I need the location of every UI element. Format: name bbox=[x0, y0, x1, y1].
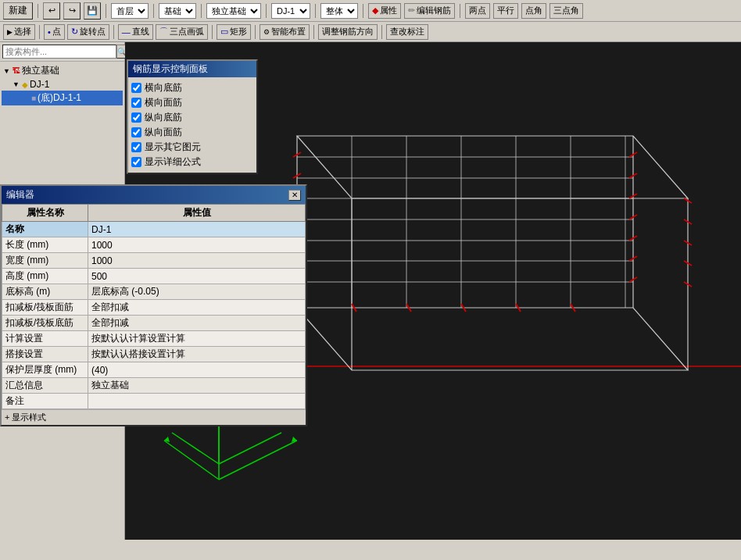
child1-1-label: (底)DJ-1-1 bbox=[38, 91, 81, 105]
rebar-check-2[interactable] bbox=[131, 112, 141, 123]
prop-val-8[interactable]: 按默认认搭接设置计算 bbox=[88, 347, 306, 362]
rebar-check-4[interactable] bbox=[131, 142, 141, 152]
display-style-row[interactable]: + 显示样式 bbox=[2, 409, 306, 425]
prop-name-4: 底标高 (m) bbox=[2, 284, 88, 300]
category-select[interactable]: 基础 bbox=[159, 3, 196, 19]
sep-t2-6 bbox=[381, 25, 382, 39]
child1-1-icon: ■ bbox=[31, 94, 36, 102]
separator8 bbox=[460, 4, 460, 18]
tree-child1[interactable]: ▼ ◆ DJ-1 bbox=[2, 78, 123, 91]
edit-rebar-button[interactable]: ✏ 编辑钢筋 bbox=[404, 3, 455, 19]
prop-row-7: 计算设置 按默认认计算设置计算 bbox=[2, 331, 306, 347]
prop-row-11: 备注 bbox=[2, 394, 306, 409]
root-toggle[interactable]: ▼ bbox=[3, 67, 13, 75]
point-button[interactable]: • 点 bbox=[44, 24, 65, 40]
line-button[interactable]: — 直线 bbox=[118, 24, 153, 40]
id-select[interactable]: DJ-1 bbox=[271, 3, 310, 19]
type-select[interactable]: 独立基础 bbox=[206, 3, 261, 19]
check-mark-button[interactable]: 查改标注 bbox=[386, 24, 428, 40]
floor-select[interactable]: 首层 bbox=[111, 3, 149, 19]
prop-val-2[interactable]: 1000 bbox=[88, 253, 306, 269]
prop-val-3[interactable]: 500 bbox=[88, 269, 306, 284]
search-bar: 🔍 bbox=[0, 42, 124, 62]
display-style-toggle: + 显示样式 bbox=[5, 412, 46, 422]
col-value-header: 属性值 bbox=[88, 205, 306, 222]
point-angle-button[interactable]: 点角 bbox=[521, 3, 546, 19]
prop-table: 属性名称 属性值 名称 DJ-1 长度 (mm) 1000 宽度 (mm) 10… bbox=[2, 204, 306, 409]
child1-toggle[interactable]: ▼ bbox=[13, 80, 22, 88]
rebar-check-3[interactable] bbox=[131, 127, 141, 137]
prop-name-9: 保护层厚度 (mm) bbox=[2, 362, 88, 378]
tree-root[interactable]: ▼ 🏗 独立基础 bbox=[2, 63, 123, 78]
prop-editor: 编辑器 ✕ 属性名称 属性值 名称 DJ-1 长度 (mm) 1000 宽度 (… bbox=[0, 184, 307, 426]
rect-button[interactable]: ▭ 矩形 bbox=[217, 24, 251, 40]
prop-editor-close-button[interactable]: ✕ bbox=[288, 190, 301, 201]
rebar-items: 横向底筋 横向面筋 纵向底筋 纵向面筋 显示其它图元 显示详细公式 bbox=[131, 80, 253, 169]
sep-t2-4 bbox=[255, 25, 256, 39]
separator2 bbox=[106, 4, 106, 18]
prop-val-1[interactable]: 1000 bbox=[88, 237, 306, 253]
prop-name-6: 扣减板/筏板底筋 bbox=[2, 316, 88, 331]
two-points-button[interactable]: 两点 bbox=[465, 3, 490, 19]
sep-t2-5 bbox=[313, 25, 314, 39]
root-label: 独立基础 bbox=[22, 64, 59, 77]
separator6 bbox=[315, 4, 316, 18]
prop-name-5: 扣减板/筏板面筋 bbox=[2, 300, 88, 316]
undo-button[interactable]: ↩ bbox=[43, 2, 60, 20]
rebar-label-1: 横向面筋 bbox=[145, 96, 182, 109]
tree-child1-1[interactable]: ■ (底)DJ-1-1 bbox=[2, 91, 123, 105]
prop-name-7: 计算设置 bbox=[2, 331, 88, 347]
prop-val-0[interactable]: DJ-1 bbox=[88, 222, 306, 237]
attr-button[interactable]: ◆ 属性 bbox=[368, 3, 401, 19]
smart-place-button[interactable]: ⚙ 智能布置 bbox=[260, 24, 310, 40]
rebar-panel: 钢筋显示控制面板 横向底筋 横向面筋 纵向底筋 纵向面筋 显示其它图元 显示详细… bbox=[127, 59, 258, 174]
prop-val-7[interactable]: 按默认认计算设置计算 bbox=[88, 331, 306, 347]
prop-name-2: 宽度 (mm) bbox=[2, 253, 88, 269]
prop-val-11[interactable] bbox=[88, 394, 306, 409]
toolbar-row1: 新建 ↩ ↪ 💾 首层 基础 独立基础 DJ-1 整体 ◆ 属性 ✏ 编辑钢筋 … bbox=[0, 0, 741, 22]
prop-val-9[interactable]: (40) bbox=[88, 362, 306, 378]
prop-name-0: 名称 bbox=[2, 222, 88, 237]
prop-val-6[interactable]: 全部扣减 bbox=[88, 316, 306, 331]
parallel-button[interactable]: 平行 bbox=[493, 3, 518, 19]
prop-row-10: 汇总信息 独立基础 bbox=[2, 378, 306, 394]
rebar-label-4: 显示其它图元 bbox=[145, 141, 201, 154]
prop-row-2: 宽度 (mm) 1000 bbox=[2, 253, 306, 269]
select-button[interactable]: ▶ 选择 bbox=[3, 24, 35, 40]
prop-name-10: 汇总信息 bbox=[2, 378, 88, 394]
rebar-item-5: 显示详细公式 bbox=[131, 155, 253, 169]
three-arc-button[interactable]: ⌒ 三点画弧 bbox=[156, 24, 208, 40]
save-button[interactable]: 💾 bbox=[84, 2, 101, 20]
rebar-label-5: 显示详细公式 bbox=[145, 155, 201, 169]
separator5 bbox=[266, 4, 267, 18]
new-button[interactable]: 新建 bbox=[3, 2, 33, 20]
rebar-panel-title: 钢筋显示控制面板 bbox=[128, 61, 256, 77]
adjust-dir-button[interactable]: 调整钢筋方向 bbox=[318, 24, 378, 40]
rebar-item-4: 显示其它图元 bbox=[131, 140, 253, 155]
view-select[interactable]: 整体 bbox=[320, 3, 358, 19]
prop-editor-title: 编辑器 ✕ bbox=[2, 186, 306, 204]
rebar-item-0: 横向底筋 bbox=[131, 80, 253, 95]
three-points-button[interactable]: 三点角 bbox=[549, 3, 583, 19]
prop-row-9: 保护层厚度 (mm) (40) bbox=[2, 362, 306, 378]
prop-row-3: 高度 (mm) 500 bbox=[2, 269, 306, 284]
prop-val-5[interactable]: 全部扣减 bbox=[88, 300, 306, 316]
rebar-check-0[interactable] bbox=[131, 83, 141, 93]
prop-row-4: 底标高 (m) 层底标高 (-0.05) bbox=[2, 284, 306, 300]
prop-row-8: 搭接设置 按默认认搭接设置计算 bbox=[2, 347, 306, 362]
prop-name-11: 备注 bbox=[2, 394, 88, 409]
rebar-check-1[interactable] bbox=[131, 98, 141, 108]
prop-val-4[interactable]: 层底标高 (-0.05) bbox=[88, 284, 306, 300]
rotate-button[interactable]: ↻ 旋转点 bbox=[67, 24, 109, 40]
prop-val-10[interactable]: 独立基础 bbox=[88, 378, 306, 394]
rebar-item-3: 纵向面筋 bbox=[131, 125, 253, 140]
rebar-check-5[interactable] bbox=[131, 157, 141, 167]
redo-button[interactable]: ↪ bbox=[63, 2, 81, 20]
prop-name-8: 搭接设置 bbox=[2, 347, 88, 362]
child1-label: DJ-1 bbox=[30, 79, 49, 90]
rebar-item-2: 纵向底筋 bbox=[131, 110, 253, 125]
search-input[interactable] bbox=[2, 45, 116, 59]
rebar-item-1: 横向面筋 bbox=[131, 95, 253, 110]
separator1 bbox=[38, 4, 38, 18]
sep-t2-2 bbox=[113, 25, 114, 39]
